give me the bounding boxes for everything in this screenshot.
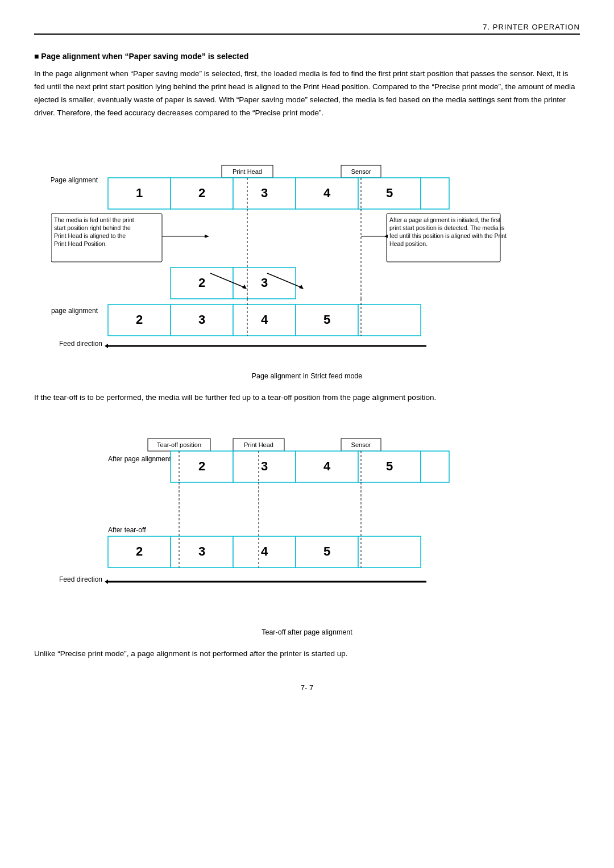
- svg-text:Feed direction: Feed direction: [59, 575, 102, 583]
- svg-text:3: 3: [198, 544, 205, 558]
- svg-text:3: 3: [198, 312, 205, 327]
- svg-text:4: 4: [261, 544, 268, 558]
- diagram2-svg: Tear-off position Print Head Sensor Afte…: [51, 416, 563, 626]
- svg-rect-72: [421, 451, 449, 482]
- svg-text:Print Head is aligned to the: Print Head is aligned to the: [54, 232, 126, 239]
- diagram1-svg: Page alignment Print Head Sensor 1 2 3 4…: [51, 131, 563, 370]
- header-title: 7. PRINTER OPERATION: [483, 23, 580, 31]
- svg-text:2: 2: [198, 186, 205, 200]
- svg-marker-24: [205, 235, 209, 238]
- svg-text:2: 2: [136, 312, 143, 327]
- svg-text:3: 3: [261, 459, 268, 473]
- svg-text:The media is fed until the pri: The media is fed until the print: [54, 216, 134, 223]
- svg-text:2: 2: [136, 544, 143, 558]
- svg-text:Feed direction: Feed direction: [59, 340, 102, 348]
- svg-text:After page alignment: After page alignment: [108, 455, 171, 463]
- diagram2-wrapper: Tear-off position Print Head Sensor Afte…: [34, 416, 580, 636]
- svg-text:After a page alignment is init: After a page alignment is initiated, the…: [389, 216, 501, 223]
- svg-text:3: 3: [261, 186, 268, 200]
- diagram1-wrapper: Page alignment Print Head Sensor 1 2 3 4…: [34, 131, 580, 380]
- diagram2-caption: Tear-off after page alignment: [34, 628, 580, 636]
- svg-text:fed until this position is ali: fed until this position is aligned with …: [389, 232, 507, 239]
- svg-text:Tear-off position: Tear-off position: [157, 441, 201, 448]
- svg-text:After tear-off: After tear-off: [108, 526, 146, 534]
- svg-text:1: 1: [136, 186, 143, 200]
- svg-text:Print Head: Print Head: [244, 441, 273, 448]
- footer-text: Unlike “Precise print mode”, a page alig…: [34, 648, 580, 661]
- svg-text:print start position is detect: print start position is detected. The me…: [389, 224, 504, 231]
- svg-marker-31: [384, 235, 388, 238]
- svg-text:start position right behind th: start position right behind the: [54, 224, 131, 231]
- svg-text:3: 3: [261, 276, 268, 290]
- diagram1-caption: Page alignment in Strict feed mode: [34, 372, 580, 380]
- svg-text:After page alignment: After page alignment: [51, 307, 98, 315]
- svg-rect-85: [358, 536, 421, 567]
- svg-text:5: 5: [386, 186, 393, 200]
- section-title: Page alignment when “Paper saving mode” …: [34, 52, 580, 61]
- between-text: If the tear-off is to be performed, the …: [34, 391, 580, 404]
- svg-text:Sensor: Sensor: [351, 168, 371, 175]
- svg-text:Print Head: Print Head: [233, 168, 262, 175]
- page-number: 7- 7: [34, 683, 580, 692]
- svg-text:Sensor: Sensor: [351, 441, 371, 448]
- svg-text:4: 4: [323, 186, 331, 200]
- svg-text:4: 4: [261, 312, 268, 327]
- svg-rect-51: [358, 304, 421, 336]
- svg-text:4: 4: [323, 459, 331, 473]
- svg-rect-15: [421, 178, 449, 209]
- svg-marker-90: [105, 579, 108, 584]
- body-text: In the page alignment when “Paper saving…: [34, 68, 580, 120]
- svg-text:Print Head Position.: Print Head Position.: [54, 240, 107, 247]
- svg-text:5: 5: [323, 544, 330, 558]
- svg-text:2: 2: [198, 459, 205, 473]
- svg-text:Page alignment: Page alignment: [51, 176, 98, 184]
- svg-text:5: 5: [386, 459, 393, 473]
- svg-text:5: 5: [323, 312, 330, 327]
- svg-marker-55: [105, 344, 108, 348]
- svg-text:Head position.: Head position.: [389, 240, 428, 247]
- svg-text:2: 2: [198, 276, 205, 290]
- header: 7. PRINTER OPERATION: [34, 23, 580, 35]
